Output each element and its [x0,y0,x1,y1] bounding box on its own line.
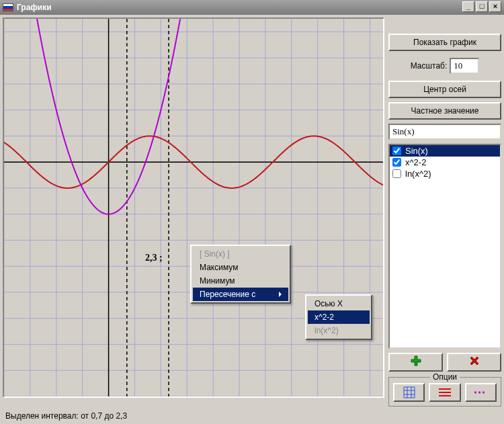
options-group: Опции [388,377,501,407]
function-label: ln(x^2) [405,169,431,179]
dots-icon [473,387,488,398]
function-label: Sin(x) [405,146,428,156]
status-text: Выделен интервал: от 0,7 до 2,3 [5,411,127,421]
context-menu[interactable]: [ Sin(x) ]МаксимумМинимумПересечение с [190,245,291,304]
function-list-item[interactable]: ln(x^2) [390,168,500,179]
scale-input[interactable] [450,58,479,74]
menu-item[interactable]: Осью X [308,297,370,310]
lines-icon [437,387,452,398]
private-value-button[interactable]: Частное значение [388,102,501,120]
minimize-button[interactable]: _ [462,1,474,12]
maximize-button[interactable]: □ [476,1,488,12]
function-input[interactable] [388,124,501,140]
function-label: x^2-2 [405,157,426,167]
menu-item: ln(x^2) [308,324,370,337]
menu-item[interactable]: x^2-2 [308,310,370,324]
option-dots-button[interactable] [465,383,497,402]
context-submenu[interactable]: Осью Xx^2-2ln(x^2) [305,294,372,340]
function-checkbox[interactable] [392,158,401,167]
add-function-button[interactable] [388,353,443,372]
grid-icon [403,386,416,399]
menu-item: [ Sin(x) ] [193,247,288,261]
function-list-item[interactable]: x^2-2 [390,157,500,168]
option-lines-button[interactable] [429,383,460,402]
function-list[interactable]: Sin(x)x^2-2ln(x^2) [388,144,501,349]
close-button[interactable]: × [489,1,501,12]
function-list-item[interactable]: Sin(x) [390,145,500,157]
x-icon [468,355,480,367]
menu-item[interactable]: Максимум [193,261,288,274]
option-grid-button[interactable] [393,383,425,402]
status-bar: Выделен интервал: от 0,7 до 2,3 [0,409,504,424]
plus-icon [410,355,422,367]
app-icon [3,3,13,11]
function-checkbox[interactable] [392,146,401,155]
delete-function-button[interactable] [447,353,501,372]
cursor-coords: 2,3 ; [145,253,163,263]
options-legend: Опции [430,372,460,382]
center-axes-button[interactable]: Центр осей [388,81,501,98]
menu-item[interactable]: Пересечение с [193,288,288,301]
titlebar: Графики _ □ × [0,0,504,15]
show-graph-button[interactable]: Показать график [388,34,501,51]
function-checkbox[interactable] [392,169,401,178]
scale-label: Масштаб: [411,61,448,71]
window-title: Графики [17,3,52,12]
plot-area[interactable]: 2,3 ; [ Sin(x) ]МаксимумМинимумПересечен… [3,17,384,398]
menu-item[interactable]: Минимум [193,274,288,288]
